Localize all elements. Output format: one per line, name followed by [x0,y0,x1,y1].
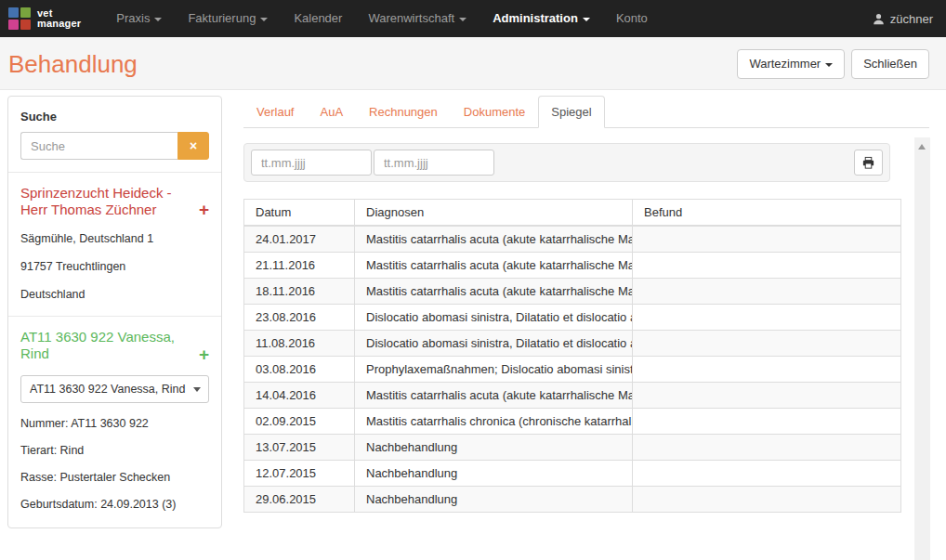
patient-select-wrap: AT11 3630 922 Vanessa, Rind, w, 3 [20,375,209,403]
table-row[interactable]: 29.06.2015Nachbehandlung [244,487,901,513]
column-header-befund: Befund [633,200,901,227]
user-icon [873,13,885,25]
nav-item-administration[interactable]: Administration [480,0,603,37]
schliessen-button[interactable]: Schließen [851,49,929,79]
date-filter-panel [243,143,890,182]
search-group: × [20,132,209,160]
nav-item-praxis[interactable]: Praxis [103,0,175,37]
add-patient-icon[interactable]: + [199,347,209,362]
cell-datum: 11.08.2016 [244,331,355,357]
vetmanager-logo[interactable]: vet manager [0,7,90,30]
patient-detail-nummer: Nummer: AT11 3630 922 [20,417,209,430]
patient-row: AT11 3630 922 Vanessa, Rind + [20,329,209,361]
page-title: Behandlung [8,51,138,77]
cell-datum: 21.11.2016 [244,253,355,279]
cell-diagnosen: Mastitis catarrhalis acuta (akute katarr… [355,279,633,305]
cell-datum: 13.07.2015 [244,435,355,461]
cell-datum: 24.01.2017 [244,226,355,253]
tab-rechnungen[interactable]: Rechnungen [356,96,451,128]
vetmanager-logo-icon [8,7,31,30]
cell-diagnosen: Dislocatio abomasi sinistra, Dilatatio e… [355,331,633,357]
divider [8,316,221,317]
tab-spiegel[interactable]: Spiegel [538,96,604,128]
column-header-datum: Datum [244,200,355,227]
table-row[interactable]: 11.08.2016Dislocatio abomasi sinistra, D… [244,331,901,357]
cell-befund [633,357,901,383]
tab-verlauf[interactable]: Verlauf [243,96,307,128]
page-header: Behandlung Wartezimmer Schließen [0,37,946,90]
table-row[interactable]: 24.01.2017Mastitis catarrhalis acuta (ak… [244,226,901,253]
table-row[interactable]: 03.08.2016Prophylaxemaßnahmen; Dislocati… [244,357,901,383]
caret-down-icon [583,18,590,21]
date-to-input[interactable] [374,150,494,176]
header-buttons: Wartezimmer Schließen [737,49,929,79]
table-row[interactable]: 12.07.2015Nachbehandlung [244,461,901,487]
sidebar-panel: Suche × Sprinzenzucht Heideck - Herr Tho… [7,96,222,528]
cell-datum: 23.08.2016 [244,305,355,331]
cell-befund [633,383,901,409]
wartezimmer-button[interactable]: Wartezimmer [737,49,845,79]
cell-befund [633,253,901,279]
cell-befund [633,226,901,253]
patient-detail-tierart: Tierart: Rind [20,444,209,457]
cell-datum: 12.07.2015 [244,461,355,487]
cell-datum: 29.06.2015 [244,487,355,513]
cell-befund [633,305,901,331]
cell-befund [633,409,901,435]
cell-diagnosen: Mastitis catarrhalis chronica (chronisch… [355,409,633,435]
caret-down-icon [154,18,162,21]
tab-bar: Verlauf AuA Rechnungen Dokumente Spiegel [243,96,929,128]
patient-detail-rasse: Rasse: Pustertaler Schecken [20,471,209,484]
spiegel-table: Datum Diagnosen Befund 24.01.2017Mastiti… [243,199,901,513]
main-menu: Praxis Fakturierung Kalender Warenwirtsc… [103,0,661,37]
nav-item-fakturierung[interactable]: Fakturierung [175,0,281,37]
username: züchner [890,12,933,26]
cell-befund [633,487,901,513]
cell-diagnosen: Nachbehandlung [355,487,633,513]
patient-select[interactable]: AT11 3630 922 Vanessa, Rind, w, 3 [20,375,209,403]
cell-diagnosen: Nachbehandlung [355,435,633,461]
brand-text: vet manager [37,8,81,29]
cell-diagnosen: Mastitis catarrhalis acuta (akute katarr… [355,383,633,409]
printer-icon [861,156,875,170]
nav-item-kalender[interactable]: Kalender [281,0,355,37]
table-row[interactable]: 23.08.2016Dislocatio abomasi sinistra, D… [244,305,901,331]
cell-befund [633,331,901,357]
treatment-table-body: 24.01.2017Mastitis catarrhalis acuta (ak… [244,226,901,513]
search-label: Suche [20,110,209,124]
cell-diagnosen: Prophylaxemaßnahmen; Dislocatio abomasi … [355,357,633,383]
main-panel: Verlauf AuA Rechnungen Dokumente Spiegel… [243,96,929,513]
patient-name-link[interactable]: AT11 3630 922 Vanessa, Rind [20,329,193,361]
caret-down-icon [825,63,833,67]
column-header-diagnosen: Diagnosen [355,200,633,227]
clear-search-button[interactable]: × [177,132,209,160]
table-row[interactable]: 21.11.2016Mastitis catarrhalis acuta (ak… [244,253,901,279]
cell-befund [633,435,901,461]
tab-aua[interactable]: AuA [307,96,356,128]
patient-detail-geburtsdatum: Geburtsdatum: 24.09.2013 (3) [20,498,209,511]
table-row[interactable]: 13.07.2015Nachbehandlung [244,435,901,461]
cell-diagnosen: Nachbehandlung [355,461,633,487]
table-row[interactable]: 18.11.2016Mastitis catarrhalis acuta (ak… [244,279,901,305]
caret-down-icon [260,18,268,21]
client-address-country: Deutschland [20,288,209,301]
caret-down-icon [459,18,466,21]
cell-datum: 14.04.2016 [244,383,355,409]
table-row[interactable]: 14.04.2016Mastitis catarrhalis acuta (ak… [244,383,901,409]
tab-dokumente[interactable]: Dokumente [451,96,538,128]
user-menu[interactable]: züchner [873,12,946,26]
close-icon: × [190,138,197,153]
date-from-input[interactable] [251,150,372,176]
cell-befund [633,279,901,305]
nav-item-konto[interactable]: Konto [603,0,661,37]
table-row[interactable]: 02.09.2015Mastitis catarrhalis chronica … [244,409,901,435]
nav-item-warenwirtschaft[interactable]: Warenwirtschaft [355,0,480,37]
client-row: Sprinzenzucht Heideck - Herr Thomas Züch… [20,185,209,217]
print-button[interactable] [854,150,883,176]
scroll-up-arrow-icon[interactable] [918,144,926,150]
search-input[interactable] [20,132,177,160]
scrollbar-track[interactable] [914,137,930,560]
client-name-link[interactable]: Sprinzenzucht Heideck - Herr Thomas Züch… [20,185,193,217]
add-client-icon[interactable]: + [199,202,209,217]
client-address-street: Sägmühle, Deutschland 1 [20,232,209,245]
